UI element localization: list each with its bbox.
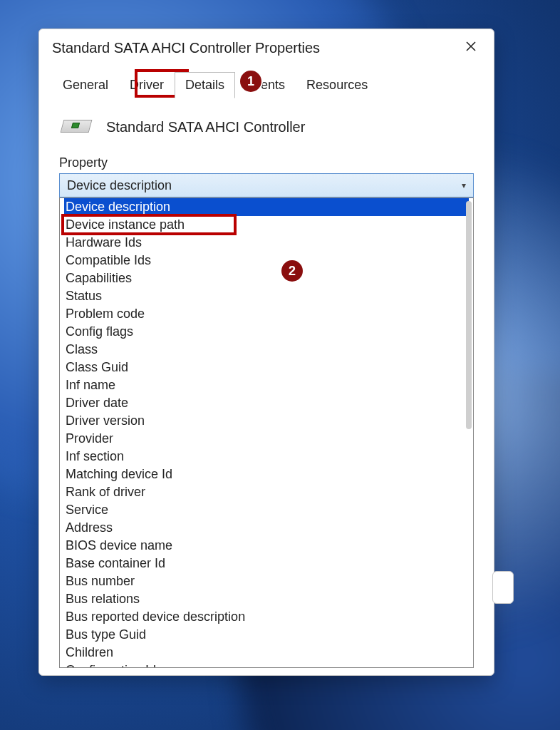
option-children[interactable]: Children — [64, 644, 469, 662]
dropdown-list: Device description Device instance path … — [60, 198, 473, 668]
option-rank-of-driver[interactable]: Rank of driver — [64, 483, 469, 501]
option-device-description[interactable]: Device description — [64, 198, 469, 216]
option-bus-type-guid[interactable]: Bus type Guid — [64, 626, 469, 644]
tab-strip: General Driver Details Events Resources — [39, 62, 494, 98]
device-header: Standard SATA AHCI Controller — [39, 98, 494, 147]
tab-general[interactable]: General — [52, 72, 119, 98]
close-icon — [465, 41, 477, 56]
option-service[interactable]: Service — [64, 501, 469, 519]
option-configuration-id[interactable]: Configuration Id — [64, 662, 469, 668]
option-class[interactable]: Class — [64, 341, 469, 359]
tab-details[interactable]: Details — [175, 72, 235, 98]
option-matching-device-id[interactable]: Matching device Id — [64, 466, 469, 483]
option-bus-relations[interactable]: Bus relations — [64, 590, 469, 608]
option-driver-date[interactable]: Driver date — [64, 394, 469, 412]
device-card-icon — [62, 114, 93, 140]
dropdown-scrollbar[interactable] — [466, 201, 472, 429]
property-combobox[interactable]: Device description ▾ — [59, 173, 474, 197]
combobox-value: Device description — [67, 178, 172, 193]
option-hardware-ids[interactable]: Hardware Ids — [64, 234, 469, 252]
window-title: Standard SATA AHCI Controller Properties — [52, 40, 320, 56]
titlebar: Standard SATA AHCI Controller Properties — [39, 29, 494, 62]
option-capabilities[interactable]: Capabilities — [64, 269, 469, 287]
option-provider[interactable]: Provider — [64, 430, 469, 448]
device-name: Standard SATA AHCI Controller — [106, 119, 305, 135]
option-address[interactable]: Address — [64, 519, 469, 537]
option-problem-code[interactable]: Problem code — [64, 305, 469, 323]
option-bus-number[interactable]: Bus number — [64, 572, 469, 590]
option-device-instance-path[interactable]: Device instance path — [64, 216, 469, 234]
option-bus-reported-device-description[interactable]: Bus reported device description — [64, 608, 469, 626]
option-driver-version[interactable]: Driver version — [64, 412, 469, 430]
property-section: Property Device description ▾ — [39, 147, 494, 197]
tab-resources[interactable]: Resources — [296, 72, 378, 98]
property-label: Property — [59, 155, 474, 170]
option-config-flags[interactable]: Config flags — [64, 323, 469, 341]
option-status[interactable]: Status — [64, 287, 469, 305]
option-inf-name[interactable]: Inf name — [64, 376, 469, 394]
option-bios-device-name[interactable]: BIOS device name — [64, 537, 469, 555]
option-compatible-ids[interactable]: Compatible Ids — [64, 252, 469, 269]
tab-driver[interactable]: Driver — [119, 72, 175, 98]
property-dropdown: Device description Device instance path … — [59, 197, 474, 668]
option-class-guid[interactable]: Class Guid — [64, 359, 469, 376]
background-window-edge — [492, 571, 514, 604]
tab-events[interactable]: Events — [235, 72, 296, 98]
close-button[interactable] — [461, 38, 481, 58]
option-base-container-id[interactable]: Base container Id — [64, 555, 469, 572]
chevron-down-icon: ▾ — [462, 180, 466, 190]
option-inf-section[interactable]: Inf section — [64, 448, 469, 466]
properties-dialog: Standard SATA AHCI Controller Properties… — [38, 29, 494, 676]
